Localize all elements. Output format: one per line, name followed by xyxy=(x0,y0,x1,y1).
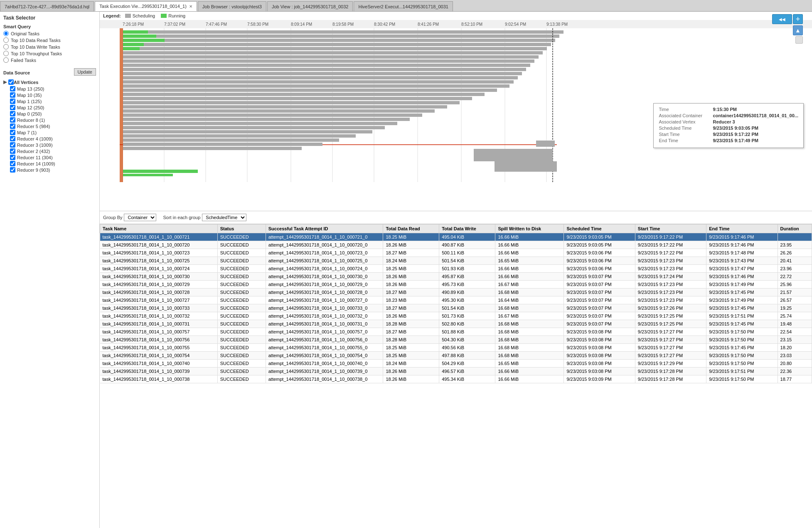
radio-original-tasks[interactable]: Original Tasks xyxy=(3,31,96,36)
tooltip-vertex-key: Associated Vertex xyxy=(659,119,713,124)
table-row[interactable]: task_1442995301718_0014_1_10_000725SUCCE… xyxy=(100,257,812,265)
vertex-checkbox-9[interactable] xyxy=(10,142,15,148)
all-vertices-parent[interactable]: ▶ All Vertices xyxy=(3,79,96,85)
table-row[interactable]: task_1442995301718_0014_1_10_000754SUCCE… xyxy=(100,352,812,360)
vertex-item-0[interactable]: Map 13 (250) xyxy=(10,86,96,91)
svg-rect-39 xyxy=(123,76,518,79)
vertex-checkbox-3[interactable] xyxy=(10,105,15,110)
sort-select[interactable]: ScheduledTime StartTime EndTime xyxy=(202,214,246,221)
tooltip-start-key: Start Time xyxy=(659,132,713,137)
table-row[interactable]: task_1442995301718_0014_1_10_000720SUCCE… xyxy=(100,241,812,249)
vertex-tree: ▶ All Vertices Map 13 (250)Map 10 (35)Ma… xyxy=(3,79,96,173)
col-status: Status xyxy=(217,225,266,233)
vertex-item-7[interactable]: Map 7 (1) xyxy=(10,130,96,135)
table-row[interactable]: task_1442995301718_0014_1_10_000732SUCCE… xyxy=(100,312,812,320)
table-row[interactable]: task_1442995301718_0014_1_10_000730SUCCE… xyxy=(100,273,812,281)
table-cell-15-8: 9/23/2015 9:17:50 PM xyxy=(706,352,778,360)
vertex-checkbox-0[interactable] xyxy=(10,86,15,91)
table-cell-7-7: 9/23/2015 9:17:23 PM xyxy=(635,289,706,296)
vertex-item-5[interactable]: Reducer 8 (1) xyxy=(10,117,96,123)
vertex-checkbox-11[interactable] xyxy=(10,155,15,160)
radio-top10-read-input[interactable] xyxy=(3,37,9,43)
vertex-item-12[interactable]: Reducer 14 (1009) xyxy=(10,161,96,166)
vertex-checkbox-6[interactable] xyxy=(10,123,15,129)
table-area[interactable]: Task Name Status Successful Task Attempt… xyxy=(100,224,812,528)
table-row[interactable]: task_1442995301718_0014_1_10_000723SUCCE… xyxy=(100,249,812,257)
svg-rect-45 xyxy=(123,101,460,104)
tab-hiveserver[interactable]: HiveServer2 Execut...1442995301718_0031 xyxy=(354,1,453,11)
table-row[interactable]: task_1442995301718_0014_1_10_000755SUCCE… xyxy=(100,344,812,352)
vertex-checkbox-4[interactable] xyxy=(10,111,15,116)
table-row[interactable]: task_1442995301718_0014_1_10_000729SUCCE… xyxy=(100,281,812,289)
vertex-item-9[interactable]: Reducer 3 (1009) xyxy=(10,142,96,148)
nav-square-button[interactable] xyxy=(795,36,803,44)
all-vertices-checkbox[interactable] xyxy=(8,79,14,85)
radio-top10-read[interactable]: Top 10 Data Read Tasks xyxy=(3,37,96,43)
table-row[interactable]: task_1442995301718_0014_1_10_000738SUCCE… xyxy=(100,375,812,383)
table-row[interactable]: task_1442995301718_0014_1_10_000756SUCCE… xyxy=(100,336,812,344)
table-cell-1-2: attempt_1442995301718_0014_1_10_000720_0 xyxy=(266,241,383,249)
radio-failed-tasks[interactable]: Failed Tasks xyxy=(3,57,96,63)
vertex-item-1[interactable]: Map 10 (35) xyxy=(10,92,96,98)
radio-failed-tasks-input[interactable] xyxy=(3,57,9,63)
table-row[interactable]: task_1442995301718_0014_1_10_000728SUCCE… xyxy=(100,289,812,296)
vertex-item-2[interactable]: Map 1 (125) xyxy=(10,99,96,104)
vertex-checkbox-7[interactable] xyxy=(10,130,15,135)
tab-task-execution[interactable]: Task Execution Vie...2995301718_0014_1) … xyxy=(95,1,197,11)
table-cell-13-7: 9/23/2015 9:17:27 PM xyxy=(635,336,706,344)
table-cell-8-0: task_1442995301718_0014_1_10_000727 xyxy=(100,296,218,304)
vertex-checkbox-5[interactable] xyxy=(10,117,15,123)
radio-top10-write-input[interactable] xyxy=(3,44,9,49)
vertex-checkbox-13[interactable] xyxy=(10,167,15,173)
vertex-checkbox-8[interactable] xyxy=(10,136,15,141)
table-cell-13-9: 23.15 xyxy=(778,336,812,344)
table-row[interactable]: task_1442995301718_0014_1_10_000727SUCCE… xyxy=(100,296,812,304)
tab-close-icon[interactable]: ✕ xyxy=(189,4,192,9)
vertex-checkbox-2[interactable] xyxy=(10,99,15,104)
table-row[interactable]: task_1442995301718_0014_1_10_000733SUCCE… xyxy=(100,304,812,312)
group-by-select[interactable]: Container Vertex None xyxy=(124,214,156,221)
table-cell-12-3: 18.27 MiB xyxy=(383,328,439,336)
radio-top10-write[interactable]: Top 10 Data Write Tasks xyxy=(3,44,96,49)
vertex-item-10[interactable]: Reducer 2 (432) xyxy=(10,148,96,154)
vertex-item-13[interactable]: Reducer 9 (903) xyxy=(10,167,96,173)
svg-rect-58 xyxy=(123,47,140,50)
vertex-checkbox-10[interactable] xyxy=(10,148,15,154)
vertex-checkbox-1[interactable] xyxy=(10,92,15,98)
table-cell-14-1: SUCCEEDED xyxy=(217,344,266,352)
table-row[interactable]: task_1442995301718_0014_1_10_000740SUCCE… xyxy=(100,360,812,368)
svg-text:7:58:30 PM: 7:58:30 PM xyxy=(247,22,268,27)
vertex-item-8[interactable]: Reducer 4 (1009) xyxy=(10,136,96,141)
table-row[interactable]: task_1442995301718_0014_1_10_000721SUCCE… xyxy=(100,233,812,241)
tab-job-view[interactable]: Job View : job_1442995301718_0032 xyxy=(267,1,353,11)
update-button[interactable]: Update xyxy=(74,68,96,76)
radio-top10-throughput[interactable]: Top 10 Throughput Tasks xyxy=(3,51,96,56)
vertex-item-6[interactable]: Reducer 5 (984) xyxy=(10,123,96,129)
nav-up-button[interactable]: ▲ xyxy=(793,25,803,35)
table-cell-2-7: 9/23/2015 9:17:22 PM xyxy=(635,249,706,257)
col-start: Start Time xyxy=(635,225,706,233)
table-cell-5-7: 9/23/2015 9:17:24 PM xyxy=(635,273,706,281)
table-cell-18-6: 9/23/2015 9:03:09 PM xyxy=(564,375,635,383)
table-row[interactable]: task_1442995301718_0014_1_10_000731SUCCE… xyxy=(100,320,812,328)
nav-zoom-in-button[interactable]: ◀◀ xyxy=(772,14,792,24)
tab-file[interactable]: 7aHbd712-72ce-427...-89d93e76da1d.hql xyxy=(0,1,94,11)
vertex-label-6: Reducer 5 (984) xyxy=(17,124,50,129)
vertex-item-3[interactable]: Map 12 (250) xyxy=(10,105,96,110)
vertex-checkbox-12[interactable] xyxy=(10,161,15,166)
table-cell-12-5: 16.68 MiB xyxy=(495,328,564,336)
svg-rect-38 xyxy=(123,72,522,75)
svg-rect-30 xyxy=(123,39,555,42)
svg-rect-56 xyxy=(123,39,165,42)
vertex-item-11[interactable]: Reducer 11 (304) xyxy=(10,155,96,160)
table-cell-3-3: 18.24 MiB xyxy=(383,257,439,265)
table-row[interactable]: task_1442995301718_0014_1_10_000724SUCCE… xyxy=(100,265,812,273)
radio-original-tasks-input[interactable] xyxy=(3,31,9,36)
table-row[interactable]: task_1442995301718_0014_1_10_000757SUCCE… xyxy=(100,328,812,336)
vertex-item-4[interactable]: Map 0 (250) xyxy=(10,111,96,116)
table-row[interactable]: task_1442995301718_0014_1_10_000739SUCCE… xyxy=(100,368,812,375)
nav-refresh-button[interactable]: + xyxy=(793,14,803,24)
radio-top10-throughput-input[interactable] xyxy=(3,51,9,56)
table-header-row: Task Name Status Successful Task Attempt… xyxy=(100,225,812,233)
tab-job-browser[interactable]: Job Browser : vstoolpjchtest3 xyxy=(198,1,266,11)
